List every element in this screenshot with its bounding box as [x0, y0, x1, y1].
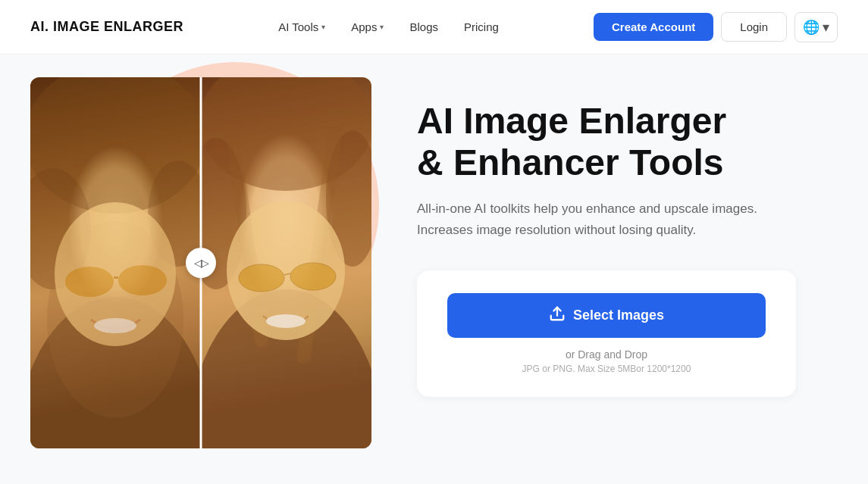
- chevron-down-icon: ▾: [321, 23, 325, 31]
- nav-actions: Create Account Login 🌐 ▾: [594, 12, 838, 42]
- svg-point-9: [94, 318, 136, 333]
- language-selector[interactable]: 🌐 ▾: [794, 12, 838, 42]
- main-nav: AI Tools ▾ Apps ▾ Blogs Pricing: [268, 14, 509, 39]
- upload-box: Select Images or Drag and Drop JPG or PN…: [417, 270, 796, 397]
- hero-description: All-in-one AI toolkits help you enhance …: [417, 198, 781, 239]
- nav-item-blogs[interactable]: Blogs: [399, 14, 449, 39]
- nav-item-pricing[interactable]: Pricing: [453, 14, 509, 39]
- select-images-button[interactable]: Select Images: [447, 293, 766, 338]
- hair-overlay-right: [201, 77, 371, 448]
- chevron-down-icon: ▾: [380, 23, 384, 31]
- nav-item-ai-tools[interactable]: AI Tools ▾: [268, 14, 336, 39]
- logo: AI. IMAGE ENLARGER: [30, 19, 183, 35]
- login-button[interactable]: Login: [721, 12, 787, 42]
- svg-point-7: [118, 265, 167, 295]
- drag-arrows-icon: ◁▷: [194, 257, 208, 269]
- image-after: [201, 77, 371, 448]
- create-account-button[interactable]: Create Account: [594, 13, 713, 41]
- image-comparison-section: ◁▷: [30, 77, 371, 456]
- svg-point-20: [266, 314, 306, 328]
- upload-hint: or Drag and Drop: [447, 348, 766, 361]
- hair-overlay-left: [30, 77, 201, 448]
- nav-item-apps[interactable]: Apps ▾: [340, 14, 394, 39]
- image-before: [30, 77, 201, 448]
- hero-content: AI Image Enlarger & Enhancer Tools All-i…: [371, 55, 838, 397]
- chevron-down-icon: ▾: [823, 19, 829, 36]
- hero-title: AI Image Enlarger & Enhancer Tools: [417, 100, 838, 183]
- svg-rect-8: [114, 276, 118, 279]
- svg-point-6: [65, 267, 114, 297]
- upload-hint-small: JPG or PNG. Max Size 5MBor 1200*1200: [447, 364, 766, 374]
- main-content: ◁▷ AI Image Enlarger & Enhancer Tools Al…: [0, 55, 868, 484]
- globe-icon: 🌐: [803, 19, 819, 36]
- svg-point-17: [239, 264, 284, 292]
- compare-drag-handle[interactable]: ◁▷: [186, 248, 216, 278]
- svg-point-18: [290, 263, 336, 290]
- image-compare-widget[interactable]: ◁▷: [30, 77, 371, 448]
- upload-icon: [549, 305, 566, 326]
- header: AI. IMAGE ENLARGER AI Tools ▾ Apps ▾ Blo…: [0, 0, 868, 55]
